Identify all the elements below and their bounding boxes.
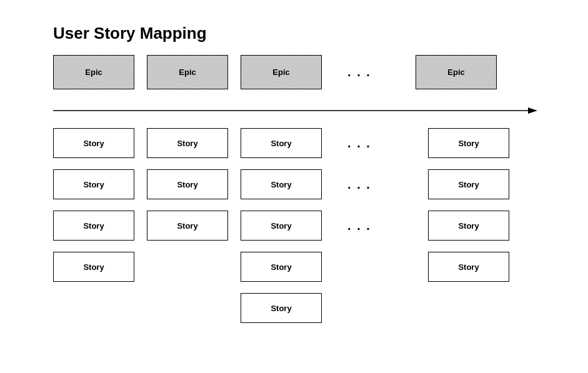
story-card: Story [428,252,509,282]
story-card: Story [241,293,322,323]
epic-ellipsis: . . . [334,65,384,79]
story-card: Story [428,169,509,199]
spacer [397,128,428,334]
story-ellipsis: . . . [334,169,384,199]
story-column: Story Story Story Story [53,128,134,334]
story-card: Story [53,211,134,241]
story-card: Story [147,211,228,241]
story-column: Story Story Story Story Story [241,128,322,334]
timeline-arrow [53,106,537,115]
story-card: Story [241,211,322,241]
story-column: Story Story Story [147,128,228,334]
epic-card: Epic [53,55,134,89]
story-column: Story Story Story Story [428,128,509,334]
epic-card: Epic [147,55,228,89]
page-title: User Story Mapping [53,24,207,43]
story-card: Story [53,128,134,158]
story-card: Story [241,169,322,199]
story-card: Story [428,211,509,241]
story-card: Story [241,128,322,158]
epic-card: Epic [241,55,322,89]
story-card: Story [241,252,322,282]
story-grid: Story Story Story Story Story Story Stor… [53,128,509,334]
story-card: Story [428,128,509,158]
story-ellipsis: . . . [334,128,384,158]
story-card: Story [147,169,228,199]
story-ellipsis: . . . [334,211,384,241]
story-ellipsis-column: . . . . . . . . . [334,128,384,334]
epic-row: Epic Epic Epic . . . Epic [53,55,497,89]
svg-marker-1 [528,107,537,114]
epic-card: Epic [416,55,497,89]
story-card: Story [147,128,228,158]
story-card: Story [53,252,134,282]
story-card: Story [53,169,134,199]
